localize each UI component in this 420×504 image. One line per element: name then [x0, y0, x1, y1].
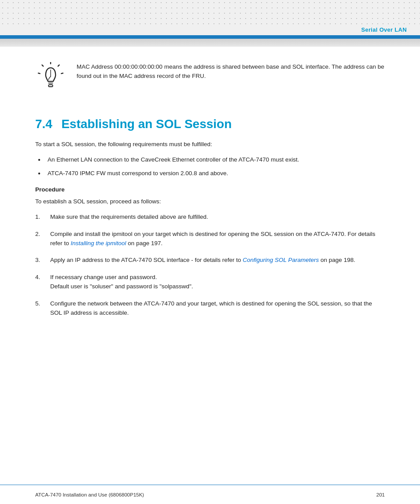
step-5-text: Configure the network between the ATCA-7…: [50, 299, 385, 318]
header-title-bar: Serial Over LAN: [0, 24, 420, 35]
step-1-text: Make sure that the requirements detailed…: [50, 213, 385, 222]
step-1: 1. Make sure that the requirements detai…: [35, 213, 385, 222]
procedure-heading: Procedure: [35, 186, 385, 193]
section-heading: 7.4 Establishing an SOL Session: [35, 117, 385, 131]
tip-text: MAC Address 00:00:00:00:00:00 means the …: [77, 60, 385, 81]
section-number: 7.4: [35, 117, 52, 131]
step-3-text-after: on page 198: [319, 257, 354, 263]
step-4-text: If necessary change user and password.De…: [50, 273, 385, 291]
step-5: 5. Configure the network between the ATC…: [35, 299, 385, 318]
step-2-number: 2.: [35, 230, 46, 248]
step-2-text-after: on page 197: [126, 240, 161, 246]
header: Serial Over LAN: [0, 0, 420, 35]
tip-box: MAC Address 00:00:00:00:00:00 means the …: [35, 60, 385, 95]
tip-icon: [35, 60, 66, 95]
svg-line-3: [42, 65, 43, 66]
gray-stripe: [0, 39, 420, 47]
svg-rect-8: [48, 85, 52, 87]
blue-stripe: [0, 35, 420, 39]
steps-list: 1. Make sure that the requirements detai…: [35, 213, 385, 318]
step-2: 2. Compile and install the ipmitool on y…: [35, 230, 385, 248]
step-2-text: Compile and install the ipmitool on your…: [50, 230, 385, 248]
requirement-1: An Ethernet LAN connection to the CaveCr…: [35, 155, 385, 165]
step-3: 3. Apply an IP address to the ATCA-7470 …: [35, 256, 385, 265]
step-3-number: 3.: [35, 256, 46, 265]
step-4: 4. If necessary change user and password…: [35, 273, 385, 291]
configuring-sol-link[interactable]: Configuring SOL Parameters: [243, 257, 319, 263]
section-title: Establishing an SOL Session: [61, 117, 232, 131]
step-5-number: 5.: [35, 299, 46, 318]
step-4-number: 4.: [35, 273, 46, 291]
lightbulb-icon: [37, 62, 64, 93]
procedure-intro: To establish a SOL session, proceed as f…: [35, 197, 385, 206]
requirements-list: An Ethernet LAN connection to the CaveCr…: [35, 155, 385, 178]
main-content: MAC Address 00:00:00:00:00:00 means the …: [0, 47, 420, 352]
footer: ATCA-7470 Installation and Use (6806800P…: [0, 485, 420, 504]
svg-line-4: [38, 73, 40, 74]
step-2-text-end: .: [161, 240, 162, 246]
svg-line-1: [58, 65, 59, 66]
section-intro: To start a SOL session, the following re…: [35, 140, 385, 149]
step-3-text: Apply an IP address to the ATCA-7470 SOL…: [50, 256, 385, 265]
step-3-text-before: Apply an IP address to the ATCA-7470 SOL…: [50, 257, 243, 263]
step-3-text-end: .: [354, 257, 355, 263]
installing-ipmitool-link[interactable]: Installing the ipmitool: [71, 240, 126, 246]
step-1-number: 1.: [35, 213, 46, 222]
requirement-2: ATCA-7470 IPMC FW must correspond to ver…: [35, 169, 385, 178]
svg-line-2: [61, 73, 63, 74]
footer-left: ATCA-7470 Installation and Use (6806800P…: [35, 492, 144, 497]
footer-right: 201: [376, 492, 385, 497]
header-title: Serial Over LAN: [361, 26, 407, 33]
